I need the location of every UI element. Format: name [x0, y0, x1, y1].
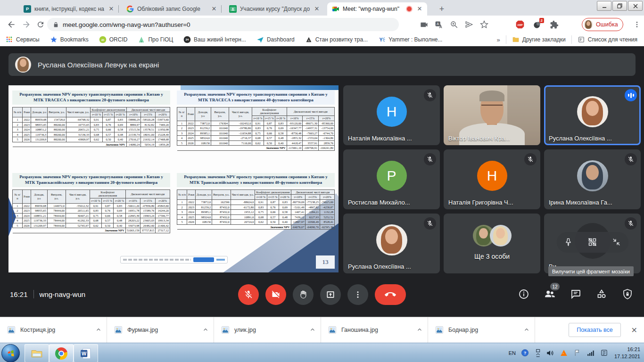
address-bar[interactable]: meet.google.com/wng-navg-wun?authuser=0 [47, 18, 399, 31]
bookmark-item[interactable]: YYammer : Выполне... [378, 36, 442, 43]
bookmark-item[interactable]: Dashboard [256, 36, 295, 43]
raise-hand-button[interactable] [293, 284, 314, 305]
bookmarks-overflow-chevron[interactable]: » [497, 36, 500, 43]
bookmark-item[interactable]: Сервисы [6, 36, 40, 43]
close-icon[interactable]: ✕ [416, 5, 423, 13]
chevron-up-icon[interactable] [95, 327, 102, 333]
notification-primary-button[interactable] [193, 257, 214, 262]
clipboard-tray-icon[interactable] [600, 349, 608, 357]
participant-tile[interactable]: Ірина Миколаївна Га... [544, 149, 641, 209]
zoom-icon[interactable] [449, 19, 459, 30]
present-screen-button[interactable] [320, 284, 341, 305]
end-call-button[interactable] [375, 284, 406, 305]
other-bookmarks-button[interactable]: Другие закладки [512, 36, 566, 43]
participant-tile[interactable]: ННаталія Миколаївна ... [343, 85, 440, 145]
network-signal-icon[interactable] [586, 349, 595, 357]
participant-tile[interactable]: ННаталія Григорівна Ч... [444, 149, 540, 209]
chrome-taskbar-button[interactable] [49, 344, 74, 362]
camera-off-button[interactable] [265, 284, 286, 305]
action-center-flag-icon[interactable] [573, 349, 581, 357]
close-icon[interactable]: ✕ [107, 5, 115, 13]
participant-tile[interactable]: Ви [544, 214, 641, 273]
help-tray-icon[interactable]: ? [521, 349, 529, 357]
bookmark-item[interactable]: Стан розвитку тра... [305, 36, 368, 43]
camera-in-use-icon[interactable] [419, 19, 429, 30]
extension-with-badge-icon[interactable]: 2 [532, 19, 542, 30]
download-item[interactable]: улик.jpg [214, 317, 321, 343]
chevron-up-icon[interactable] [309, 327, 316, 333]
translate-icon[interactable]: A [434, 19, 444, 30]
close-downloads-icon[interactable]: ✕ [631, 326, 637, 335]
tab-title: книги, інструкції, кодекс на тран [34, 6, 104, 12]
bookmark-item[interactable]: Про ГіОЦ [138, 36, 173, 43]
more-options-button[interactable] [347, 284, 368, 305]
taskbar-clock[interactable]: 16:21 17.12.2021 [614, 346, 640, 360]
bookmark-star-icon[interactable] [479, 19, 489, 30]
svg-text:P: P [26, 7, 29, 11]
close-icon[interactable]: ✕ [313, 5, 321, 13]
pin-tile-icon[interactable] [564, 238, 573, 247]
download-filename: Фурман.jpg [127, 327, 198, 333]
bookmark-item[interactable]: Bookmarks [50, 36, 89, 43]
chevron-up-icon[interactable] [202, 327, 209, 333]
mic-muted-icon [424, 89, 436, 101]
chat-button[interactable] [570, 288, 582, 300]
reload-icon[interactable] [35, 19, 46, 30]
share-icon[interactable] [464, 19, 474, 30]
chevron-up-icon[interactable] [523, 327, 530, 333]
remove-from-mosaic-icon[interactable] [587, 237, 597, 247]
close-window-button[interactable] [628, 1, 643, 11]
table-row: 1202289959,68144972,0-55012,320,910,870,… [13, 203, 170, 208]
table-cell: 119736,3 [31, 132, 48, 137]
meeting-details-button[interactable] [518, 288, 530, 300]
word-taskbar-button[interactable]: W [74, 344, 98, 362]
tab-meet-active[interactable]: Meet: "wng-navg-wun" ✕ [327, 2, 427, 16]
tab-course-members[interactable]: Учасники курсу "Допуск до зах ✕ [224, 2, 324, 16]
bookmark-item[interactable]: 24Ваш живий Інтерн... [183, 36, 246, 43]
bookmark-label: Стан розвитку тра... [315, 36, 368, 43]
browser-menu-icon[interactable] [632, 19, 642, 30]
puzzle-extensions-icon[interactable] [549, 19, 559, 30]
volume-tray-icon[interactable] [546, 349, 554, 357]
download-item[interactable]: Боднар.jpg [428, 317, 535, 343]
participant-tile[interactable]: Руслана Олексіївна ... [343, 214, 440, 273]
notification-secondary-link[interactable] [216, 259, 225, 261]
restore-button[interactable] [612, 1, 627, 11]
start-button[interactable] [1, 344, 20, 362]
adblock-extension-icon[interactable]: ABP [515, 19, 525, 30]
participant-tile[interactable]: Руслана Олексіївна ... [544, 85, 641, 145]
activities-button[interactable] [595, 288, 608, 300]
new-tab-button[interactable]: + [436, 4, 447, 15]
forward-icon[interactable] [21, 19, 32, 30]
download-item[interactable]: Костриця.jpg [0, 317, 107, 343]
participant-tile[interactable]: РРостислав Михайло... [343, 149, 440, 209]
reading-list-button[interactable]: Список для чтения [578, 36, 637, 43]
table-cell: 176304 [211, 121, 229, 126]
npv-value: -1859,28 [156, 142, 170, 147]
profile-sync-error-chip[interactable]: Ошибка [582, 18, 623, 31]
bookmark-item[interactable]: iDORCID [99, 36, 128, 43]
download-item[interactable]: Ганошина.jpg [321, 317, 428, 343]
back-icon[interactable] [6, 19, 17, 30]
minimize-button[interactable] [597, 1, 611, 11]
tab-google-account[interactable]: Обліковий запис Google ✕ [122, 2, 222, 16]
minimize-tile-icon[interactable] [612, 238, 621, 247]
npv-label: Значення NPV [13, 228, 126, 233]
table-row: 42025119736,388200,0031536,330,680,570,4… [13, 132, 170, 137]
hidden-icons-button[interactable] [534, 349, 541, 357]
show-all-downloads-button[interactable]: Показать все [569, 323, 620, 337]
npv-value: -115661,10 [287, 146, 303, 151]
participant-tile[interactable]: Віктор Іванович Кра... [444, 85, 540, 145]
chevron-up-icon[interactable] [416, 327, 423, 333]
avast-tray-icon[interactable] [560, 349, 568, 357]
npv-table-title: Розрахунок значення NPV проекту транспор… [177, 173, 335, 187]
participant-tile[interactable]: Ще 3 особи [444, 214, 540, 273]
download-item[interactable]: Фурман.jpg [107, 317, 214, 343]
participants-button[interactable]: 12 [544, 288, 556, 300]
host-controls-button[interactable] [621, 288, 634, 300]
close-icon[interactable]: ✕ [210, 5, 218, 13]
language-indicator[interactable]: EN [509, 350, 516, 356]
tab-books[interactable]: P книги, інструкції, кодекс на тран ✕ [19, 2, 119, 16]
mic-off-button[interactable] [238, 284, 259, 305]
file-explorer-taskbar-button[interactable] [25, 344, 49, 362]
